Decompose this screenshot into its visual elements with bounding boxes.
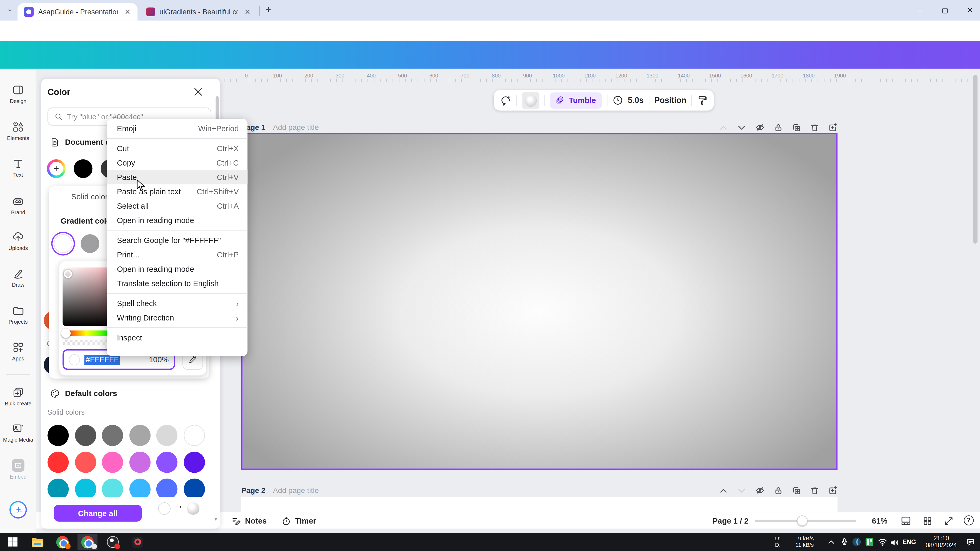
notes-button[interactable]: Notes (231, 512, 267, 529)
solid-colors-tab[interactable]: Solid colors (72, 192, 112, 201)
tab-inactive[interactable]: uiGradients - Beautiful colored ✕ (140, 3, 258, 21)
zoom-slider-handle[interactable] (797, 515, 807, 526)
add-color-button[interactable] (47, 159, 65, 178)
sidebar-item-design[interactable]: Design (0, 84, 36, 104)
context-menu-item[interactable]: Open in reading mode (107, 262, 247, 276)
color-swatch[interactable] (48, 452, 69, 473)
chrome-profile2-button-active[interactable] (78, 534, 97, 550)
context-menu-item[interactable]: Writing Direction› (107, 310, 247, 325)
page-indicator[interactable]: Page 1 / 2 (713, 512, 749, 529)
add-page-icon[interactable] (828, 486, 838, 495)
context-menu-item[interactable]: Paste as plain textCtrl+Shift+V (107, 184, 247, 198)
hue-slider-handle[interactable] (61, 329, 71, 338)
color-swatch[interactable] (183, 452, 205, 473)
hide-page-icon[interactable] (755, 486, 765, 495)
sidebar-item-text[interactable]: Text (0, 157, 36, 178)
sidebar-item-embed[interactable]: Embed (0, 459, 36, 480)
clock-icon[interactable] (612, 95, 623, 106)
wifi-icon[interactable] (878, 538, 887, 546)
hide-page-icon[interactable] (755, 122, 765, 133)
sidebar-item-bulk-create[interactable]: Bulk create (0, 386, 36, 407)
sidebar-item-draw[interactable]: Draw (0, 267, 36, 288)
context-menu-item[interactable]: Search Google for "#FFFFFF" (107, 233, 247, 247)
color-swatch[interactable] (75, 452, 96, 473)
context-menu-item[interactable]: Open in reading mode (107, 213, 247, 227)
page-scrollbar[interactable] (973, 75, 977, 244)
sidebar-item-apps[interactable]: Apps (0, 341, 36, 362)
sidebar-item-brand[interactable]: Brand (0, 195, 36, 215)
grid-view-icon[interactable] (923, 516, 932, 526)
file-explorer-button[interactable] (29, 534, 46, 550)
tray-app-icon-green[interactable] (866, 538, 873, 546)
color-swatch[interactable] (74, 159, 92, 178)
color-swatch[interactable] (129, 425, 151, 446)
color-swatch[interactable] (156, 425, 178, 446)
net-speed-widget[interactable]: U:9 kB/s D:11 kB/s (775, 535, 814, 548)
sidebar-item-elements[interactable]: Elements (0, 121, 36, 141)
obs-button[interactable] (104, 534, 121, 550)
duplicate-page-icon[interactable] (792, 123, 801, 132)
add-page-icon[interactable] (828, 123, 838, 132)
context-menu-item[interactable]: Translate selection to English (107, 276, 247, 291)
tray-app-icon[interactable] (853, 538, 861, 546)
paint-roller-icon[interactable] (697, 95, 708, 106)
speaker-icon[interactable] (890, 538, 899, 546)
window-minimize-button[interactable]: ─ (908, 0, 932, 21)
move-page-down-icon[interactable] (737, 486, 746, 495)
saturation-handle[interactable] (64, 270, 72, 278)
change-from-swatch[interactable] (158, 502, 171, 515)
context-menu-item[interactable]: PasteCtrl+V (107, 170, 247, 184)
tray-expand-chevron-icon[interactable] (827, 538, 835, 546)
duration-value[interactable]: 5.0s (628, 95, 644, 105)
context-menu-item[interactable]: Select allCtrl+A (107, 198, 247, 213)
color-swatch[interactable] (48, 425, 69, 446)
color-swatch[interactable] (183, 425, 205, 446)
clock-widget[interactable]: 21:10 08/10/2024 (921, 535, 961, 549)
tab-close-icon[interactable]: ✕ (123, 7, 133, 17)
zoom-slider[interactable] (755, 520, 856, 522)
recorder-button[interactable] (129, 534, 146, 550)
delete-page-icon[interactable] (810, 486, 819, 495)
page-title-placeholder[interactable]: Add page title (273, 486, 319, 495)
add-comment-icon[interactable] (500, 95, 511, 106)
timer-button[interactable]: Timer (281, 512, 316, 529)
chrome-profile1-button[interactable] (54, 534, 72, 550)
tab-active[interactable]: AsapGuide - Presentation ✕ (18, 3, 138, 21)
microphone-icon[interactable] (841, 538, 848, 547)
zoom-level[interactable]: 61% (872, 512, 888, 529)
move-page-down-icon[interactable] (737, 123, 746, 132)
help-button[interactable]: ? (964, 515, 974, 526)
scroll-down-arrow-icon[interactable]: ▾ (215, 516, 217, 522)
opacity-value[interactable]: 100% (149, 355, 169, 364)
context-menu-item[interactable]: CopyCtrl+C (107, 156, 247, 170)
move-page-up-icon[interactable] (719, 123, 728, 132)
context-menu-item[interactable]: EmojiWin+Period (107, 121, 247, 135)
change-to-swatch[interactable] (187, 502, 199, 515)
color-swatch[interactable] (102, 452, 123, 473)
window-close-button[interactable]: ✕ (958, 0, 980, 21)
page-title-placeholder[interactable]: Add page title (273, 123, 319, 132)
position-button[interactable]: Position (654, 95, 686, 105)
color-swatch[interactable] (75, 425, 96, 446)
color-swatch[interactable] (156, 452, 178, 473)
fill-color-chip[interactable] (522, 92, 539, 109)
color-swatch[interactable] (54, 234, 72, 253)
lock-page-icon[interactable] (774, 486, 783, 495)
canva-assistant-button[interactable] (9, 501, 27, 519)
page-name[interactable]: Page 2 (241, 486, 266, 495)
delete-page-icon[interactable] (810, 123, 819, 132)
color-swatch[interactable] (81, 234, 99, 253)
page-1-canvas[interactable] (241, 133, 838, 470)
animation-button[interactable]: Tumble (550, 92, 601, 108)
change-all-button[interactable]: Change all (54, 505, 142, 521)
context-menu-item[interactable]: Inspect (107, 330, 247, 345)
sidebar-item-uploads[interactable]: Uploads (0, 230, 36, 251)
sidebar-item-projects[interactable]: Projects (0, 304, 36, 325)
tab-close-icon[interactable]: ✕ (243, 7, 253, 17)
lock-page-icon[interactable] (774, 123, 783, 132)
thumbnail-view-icon[interactable] (900, 515, 911, 526)
fullscreen-icon[interactable] (944, 516, 954, 526)
close-icon[interactable] (192, 86, 204, 97)
context-menu-item[interactable]: Print...Ctrl+P (107, 247, 247, 262)
sidebar-item-magic-media[interactable]: Magic Media (0, 422, 36, 443)
